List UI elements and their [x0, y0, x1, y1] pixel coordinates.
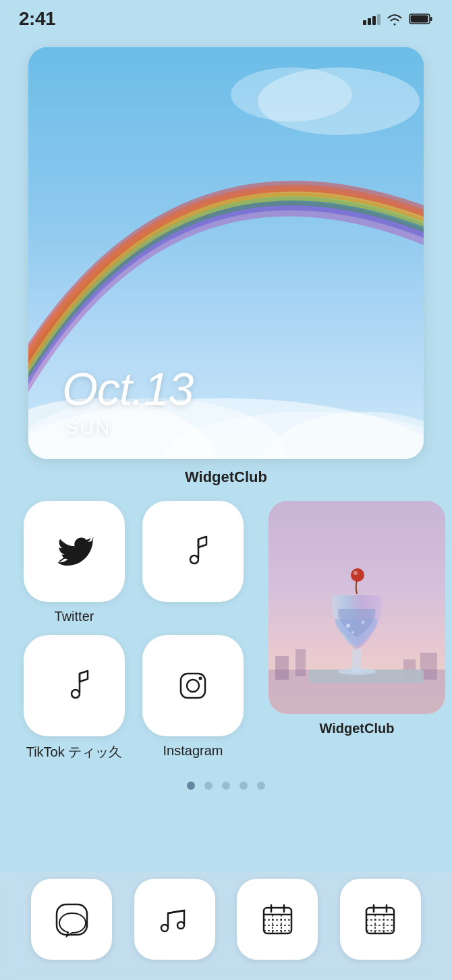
svg-point-29	[351, 568, 364, 582]
apps-left: Twitter	[20, 501, 247, 761]
battery-icon	[409, 13, 433, 25]
small-widget-label: WidgetClub	[320, 721, 395, 736]
svg-point-12	[72, 690, 80, 698]
dot-4	[239, 782, 248, 790]
dot-3	[222, 782, 230, 790]
tiktok-icon	[54, 665, 94, 706]
svg-rect-20	[295, 649, 306, 676]
dock-line[interactable]	[31, 879, 112, 960]
svg-point-32	[161, 925, 168, 931]
twitter-app-label: Twitter	[55, 609, 94, 624]
svg-point-15	[199, 677, 202, 680]
svg-point-11	[190, 555, 198, 564]
instagram-app-icon[interactable]	[142, 635, 244, 736]
tiktok-app-icon[interactable]	[24, 635, 125, 736]
widget-day: SUN	[65, 417, 111, 439]
svg-point-26	[346, 624, 350, 628]
svg-point-25	[338, 668, 376, 675]
status-time: 2:41	[19, 8, 55, 30]
music-note-icon	[173, 531, 213, 572]
line-app-icon[interactable]	[31, 879, 112, 960]
app-tiktok[interactable]: TikTok ティッ久	[20, 635, 128, 761]
twitter-icon	[54, 531, 94, 572]
calendar-icon	[259, 901, 296, 938]
dock-music[interactable]	[134, 879, 215, 960]
wifi-icon	[386, 12, 403, 26]
app-music1[interactable]	[139, 501, 247, 624]
music1-app-icon[interactable]	[142, 501, 244, 602]
apps-section: Twitter	[0, 501, 452, 761]
instagram-app-label: Instagram	[163, 743, 223, 759]
app-instagram[interactable]: Instagram	[139, 635, 247, 761]
status-bar: 2:41	[0, 0, 452, 35]
line-icon	[53, 901, 90, 938]
svg-point-27	[351, 631, 354, 634]
cocktail-illustration	[269, 501, 445, 714]
status-icons	[363, 12, 433, 26]
music-app-icon[interactable]	[134, 879, 215, 960]
dock-calendar2[interactable]	[340, 879, 421, 960]
svg-point-30	[354, 571, 358, 575]
dot-5	[257, 782, 265, 790]
widget-label: WidgetClub	[0, 468, 452, 486]
dot-2	[204, 782, 213, 790]
dock-calendar1[interactable]	[237, 879, 318, 960]
svg-rect-2	[430, 17, 432, 21]
svg-rect-43	[366, 908, 394, 933]
app-twitter[interactable]: Twitter	[20, 501, 128, 624]
signal-icon	[363, 13, 380, 25]
svg-rect-19	[275, 656, 289, 680]
svg-point-14	[187, 680, 199, 692]
page-dots	[0, 782, 452, 790]
dot-1	[187, 782, 195, 790]
widget-date: Oct.13	[62, 366, 193, 412]
right-widget-wrap: WidgetClub	[269, 501, 445, 761]
large-widget[interactable]: Oct.13 SUN	[28, 47, 424, 459]
dock	[0, 872, 452, 980]
svg-point-8	[231, 67, 352, 121]
svg-point-33	[177, 922, 184, 929]
svg-point-28	[362, 621, 365, 624]
svg-rect-1	[411, 16, 428, 23]
calendar2-app-icon[interactable]	[340, 879, 421, 960]
calendar2-icon	[362, 901, 399, 938]
music-notes-icon	[156, 901, 193, 938]
calendar1-app-icon[interactable]	[237, 879, 318, 960]
tiktok-app-label: TikTok ティッ久	[26, 743, 123, 761]
small-photo-widget[interactable]	[269, 501, 445, 714]
svg-rect-34	[264, 908, 291, 933]
instagram-icon	[173, 665, 213, 706]
twitter-app-icon[interactable]	[24, 501, 125, 602]
